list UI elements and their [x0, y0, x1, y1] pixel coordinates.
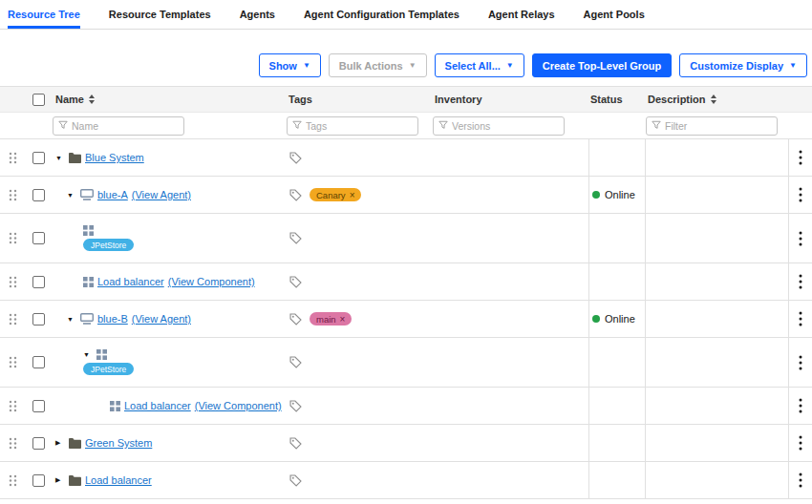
inventory-cell	[433, 338, 588, 387]
tag-badge: main×	[310, 312, 352, 326]
row-checkbox[interactable]	[32, 232, 45, 244]
drag-handle-icon[interactable]	[9, 276, 17, 288]
row-checkbox[interactable]	[32, 474, 45, 487]
kebab-menu-icon[interactable]	[797, 396, 804, 415]
chevron-down-icon[interactable]: ▼	[55, 155, 65, 161]
show-button[interactable]: Show▼	[259, 53, 321, 77]
chevron-down-icon[interactable]: ▼	[67, 316, 76, 323]
kebab-menu-icon[interactable]	[797, 229, 804, 248]
resource-link[interactable]: blue-B	[97, 313, 128, 325]
row-checkbox[interactable]	[32, 356, 45, 368]
drag-handle-icon[interactable]	[9, 400, 17, 412]
filter-funnel-icon	[652, 120, 661, 132]
tag-icon[interactable]	[289, 313, 302, 326]
kebab-menu-icon[interactable]	[797, 433, 804, 452]
name-cell: ▶Load balancer	[53, 462, 287, 498]
tag-icon[interactable]	[289, 152, 302, 164]
row-checkbox[interactable]	[32, 437, 45, 450]
create-top-level-group-button[interactable]: Create Top-Level Group	[532, 53, 672, 77]
kebab-menu-icon[interactable]	[797, 148, 804, 167]
tag-icon[interactable]	[289, 276, 302, 288]
customize-display-button[interactable]: Customize Display▼	[679, 53, 807, 77]
drag-cell	[0, 214, 25, 262]
name-cell: Load balancer(View Component)	[53, 263, 287, 300]
view-link[interactable]: (View Agent)	[132, 189, 191, 200]
view-link[interactable]: (View Agent)	[132, 313, 191, 325]
resource-link[interactable]: blue-A	[97, 189, 128, 200]
name-filter-input[interactable]	[72, 120, 179, 132]
table-filter-row	[0, 113, 812, 139]
status-cell: Online	[588, 301, 646, 337]
column-header-description[interactable]: Description	[646, 87, 788, 112]
resource-link[interactable]: Load balancer	[97, 276, 164, 287]
name-cell: Load balancer(View Component)	[53, 388, 287, 424]
kebab-menu-icon[interactable]	[797, 471, 804, 490]
chevron-right-icon[interactable]: ▶	[55, 439, 65, 447]
tag-icon[interactable]	[289, 474, 302, 487]
description-cell	[646, 263, 788, 300]
chevron-down-icon[interactable]: ▼	[83, 351, 93, 358]
table-row: ▶Green System	[0, 425, 812, 462]
sort-icon[interactable]	[711, 94, 716, 104]
name-cell: ▼blue-A(View Agent)	[53, 177, 287, 213]
select-all-button[interactable]: Select All...▼	[435, 53, 524, 77]
tag-icon[interactable]	[289, 189, 302, 201]
view-link[interactable]: (View Component)	[195, 400, 282, 411]
column-header-name[interactable]: Name	[53, 87, 287, 112]
filter-checkbox-cell	[25, 113, 53, 138]
row-checkbox[interactable]	[32, 276, 45, 288]
remove-tag-icon[interactable]: ×	[350, 190, 355, 200]
description-filter-input[interactable]	[665, 120, 772, 132]
kebab-menu-icon[interactable]	[797, 309, 804, 328]
kebab-menu-icon[interactable]	[797, 185, 804, 204]
tab-resource-templates[interactable]: Resource Templates	[109, 0, 211, 29]
tags-cell	[287, 462, 433, 498]
resource-link[interactable]: Blue System	[85, 152, 144, 163]
resource-link[interactable]: Green System	[85, 437, 152, 449]
status-text: Online	[605, 313, 635, 325]
tab-agents[interactable]: Agents	[240, 0, 275, 29]
name-cell: ▶Green System	[53, 425, 287, 461]
drag-handle-icon[interactable]	[9, 232, 17, 244]
component-badge[interactable]: JPetStore	[83, 239, 134, 251]
tab-agent-configuration-templates[interactable]: Agent Configuration Templates	[304, 0, 459, 29]
select-all-checkbox[interactable]	[32, 94, 45, 106]
name-cell: ▼Blue System	[53, 139, 287, 176]
remove-tag-icon[interactable]: ×	[340, 314, 346, 325]
inventory-cell	[433, 301, 588, 337]
drag-handle-icon[interactable]	[9, 437, 17, 450]
description-cell	[646, 338, 788, 387]
view-link[interactable]: (View Component)	[168, 276, 255, 287]
chevron-right-icon[interactable]: ▶	[55, 476, 65, 484]
kebab-menu-icon[interactable]	[797, 272, 804, 291]
kebab-menu-icon[interactable]	[797, 353, 804, 372]
tab-resource-tree[interactable]: Resource Tree	[8, 0, 80, 29]
drag-handle-icon[interactable]	[9, 152, 17, 164]
tab-agent-relays[interactable]: Agent Relays	[488, 0, 555, 29]
tag-icon[interactable]	[289, 437, 302, 450]
filter-funnel-icon	[292, 120, 302, 132]
row-checkbox[interactable]	[32, 313, 45, 326]
chevron-down-icon[interactable]: ▼	[67, 192, 76, 199]
tag-icon[interactable]	[289, 232, 302, 244]
drag-handle-icon[interactable]	[9, 189, 17, 201]
sort-icon[interactable]	[89, 94, 95, 104]
row-checkbox[interactable]	[32, 400, 45, 412]
drag-handle-icon[interactable]	[9, 356, 17, 368]
tag-icon[interactable]	[289, 400, 302, 412]
tags-cell: Canary×	[287, 177, 433, 213]
tag-icon[interactable]	[289, 356, 302, 368]
row-checkbox[interactable]	[32, 152, 45, 164]
drag-handle-icon[interactable]	[9, 313, 17, 326]
tags-filter-input[interactable]	[306, 120, 413, 132]
resource-link[interactable]: Load balancer	[85, 474, 152, 486]
inventory-filter-input[interactable]	[452, 120, 559, 132]
tab-agent-pools[interactable]: Agent Pools	[584, 0, 645, 29]
resource-link[interactable]: Load balancer	[124, 400, 191, 411]
row-checkbox[interactable]	[32, 189, 45, 201]
table-row: JPetStore	[0, 214, 812, 263]
bulk-actions-button[interactable]: Bulk Actions▼	[329, 53, 427, 77]
component-badge[interactable]: JPetStore	[83, 363, 134, 375]
drag-handle-icon[interactable]	[9, 474, 17, 487]
checkbox-cell	[25, 177, 53, 213]
